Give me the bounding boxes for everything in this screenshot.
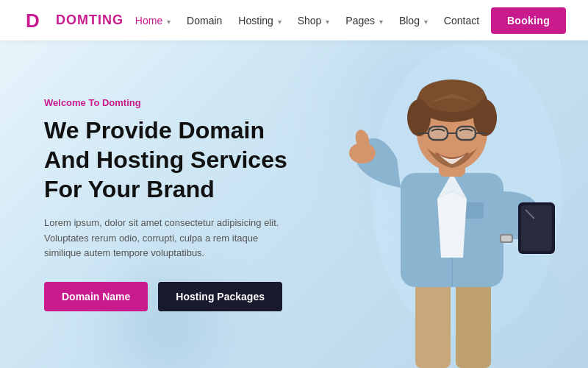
chevron-down-icon: ▾ [326,18,329,26]
logo[interactable]: D DOMTING [22,7,123,35]
nav-link-blog[interactable]: Blog ▾ [399,15,428,26]
chevron-down-icon: ▾ [167,18,171,26]
nav-item-home[interactable]: Home ▾ [135,14,171,27]
hero-description: Lorem ipsum, dolor sit amet consectetur … [44,216,294,261]
navbar: D DOMTING Home ▾ Domain Hosting ▾ Shop ▾ [0,0,588,40]
hero-title: We Provide Domain And Hosting Services F… [44,116,294,204]
nav-item-domain[interactable]: Domain [187,14,222,27]
welcome-label: Welcome To Domting [44,97,294,108]
nav-item-contact[interactable]: Contact [444,14,479,27]
nav-link-hosting[interactable]: Hosting ▾ [238,15,281,26]
chevron-down-icon: ▾ [424,18,428,26]
logo-text: DOMTING [56,13,123,28]
nav-links: Home ▾ Domain Hosting ▾ Shop ▾ Pages ▾ [135,14,479,27]
nav-item-pages[interactable]: Pages ▾ [345,14,383,27]
nav-item-blog[interactable]: Blog ▾ [399,14,428,27]
nav-item-shop[interactable]: Shop ▾ [298,14,330,27]
chevron-down-icon: ▾ [278,18,282,26]
hosting-packages-button[interactable]: Hosting Packages [158,282,282,311]
hero-buttons: Domain Name Hosting Packages [44,282,294,311]
nav-link-domain[interactable]: Domain [187,15,222,26]
nav-link-home[interactable]: Home ▾ [135,15,171,26]
logo-icon: D [22,7,50,35]
svg-text:D: D [26,10,40,32]
nav-link-shop[interactable]: Shop ▾ [298,15,330,26]
domain-name-button[interactable]: Domain Name [44,282,148,311]
hero-person-image [338,44,566,368]
nav-link-pages[interactable]: Pages ▾ [345,15,383,26]
nav-item-hosting[interactable]: Hosting ▾ [238,14,281,27]
nav-link-contact[interactable]: Contact [444,15,479,26]
booking-button[interactable]: Booking [491,7,566,34]
svg-marker-10 [437,191,467,258]
svg-rect-14 [521,205,552,251]
hero-content: Welcome To Domting We Provide Domain And… [0,97,294,311]
chevron-down-icon: ▾ [379,18,383,26]
svg-rect-30 [501,236,512,241]
hero-section: Welcome To Domting We Provide Domain And… [0,40,588,368]
person-illustration [342,44,562,368]
